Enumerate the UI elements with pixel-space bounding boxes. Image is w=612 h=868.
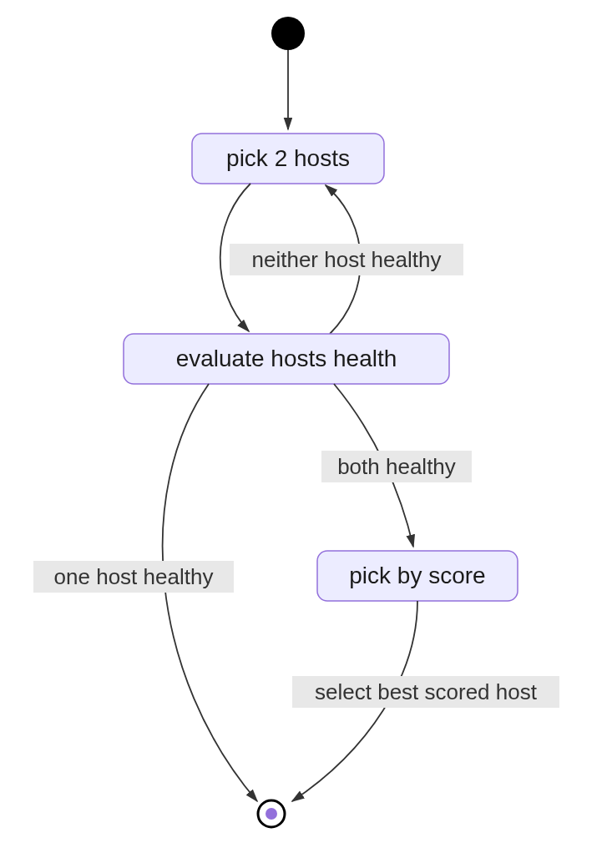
state-pick-2-hosts-label: pick 2 hosts: [226, 145, 350, 171]
state-diagram: pick 2 hosts neither host healthy evalua…: [0, 0, 612, 868]
edge-select-best-label: select best scored host: [315, 679, 538, 704]
edge-both-healthy-label: both healthy: [337, 454, 456, 479]
start-state: [271, 17, 305, 50]
edge-neither-healthy-label: neither host healthy: [252, 247, 442, 272]
state-evaluate-health-label: evaluate hosts health: [176, 346, 397, 371]
edge-one-healthy-label: one host healthy: [54, 564, 214, 589]
end-state-inner: [266, 808, 277, 820]
state-pick-by-score-label: pick by score: [349, 563, 485, 588]
